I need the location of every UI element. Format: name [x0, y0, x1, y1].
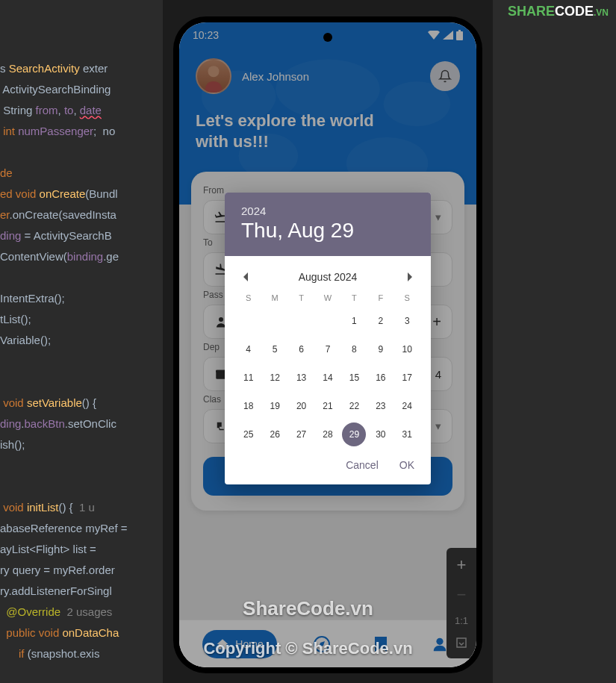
date-picker-selected-date: Thu, Aug 29 — [241, 219, 414, 243]
calendar-day[interactable]: 2 — [367, 311, 393, 331]
code-line: Variable(); — [0, 334, 51, 346]
ok-button[interactable]: OK — [399, 459, 414, 471]
calendar-empty — [314, 311, 340, 331]
calendar-day[interactable]: 30 — [367, 425, 393, 444]
calendar-grid: SMTWTFS123456789101112131415161718192021… — [235, 293, 420, 444]
sharecode-logo: SHARECODE.VN — [508, 4, 609, 19]
code-line: public void onDataCha — [0, 626, 119, 639]
calendar-day[interactable]: 28 — [314, 425, 340, 444]
chevron-right-icon — [406, 272, 414, 281]
calendar-day[interactable]: 19 — [261, 396, 287, 416]
camera-hole — [323, 33, 332, 42]
code-line: ActivitySearchBinding — [0, 83, 111, 96]
calendar-day[interactable]: 26 — [261, 425, 287, 444]
dow-label: S — [235, 293, 261, 302]
calendar-day[interactable]: 27 — [288, 425, 314, 444]
code-line: void setVariable() { — [0, 396, 96, 409]
code-line: abaseReference myRef = — [0, 522, 128, 534]
calendar-day[interactable]: 12 — [261, 368, 287, 387]
calendar-day[interactable]: 1 — [341, 311, 367, 331]
watermark-copyright: Copyright © ShareCode.vn — [203, 639, 412, 658]
calendar-day[interactable]: 11 — [235, 368, 261, 387]
dow-label: S — [394, 293, 420, 302]
dow-label: T — [288, 293, 314, 302]
prev-month-button[interactable] — [237, 268, 255, 286]
calendar-empty — [235, 311, 261, 331]
calendar-day[interactable]: 31 — [394, 425, 420, 444]
calendar-day[interactable]: 4 — [235, 340, 261, 359]
calendar-day[interactable]: 10 — [394, 340, 420, 359]
calendar-day[interactable]: 16 — [367, 368, 393, 387]
code-line: de — [0, 166, 13, 179]
calendar-empty — [261, 311, 287, 331]
device-frame: 10:23 Alex Johnson Let's explo — [173, 16, 482, 673]
code-line: er.onCreate(savedInsta — [0, 208, 116, 221]
code-line: if (snapshot.exis — [0, 647, 99, 660]
dow-label: M — [261, 293, 287, 302]
chevron-left-icon — [242, 272, 249, 281]
calendar-day[interactable]: 18 — [235, 396, 261, 416]
calendar-day[interactable]: 13 — [288, 368, 314, 387]
calendar-day[interactable]: 29 — [342, 422, 366, 446]
code-line: int numPassenger; no — [0, 125, 115, 137]
watermark-sharecode: ShareCode.vn — [243, 597, 373, 620]
calendar-day[interactable]: 21 — [314, 396, 340, 416]
calendar-day[interactable]: 25 — [235, 425, 261, 444]
dow-label: T — [341, 293, 367, 302]
code-line: void initList() { 1 u — [0, 501, 95, 514]
code-line: tList(); — [0, 313, 31, 325]
calendar-day[interactable]: 7 — [314, 340, 340, 359]
date-picker-year[interactable]: 2024 — [241, 205, 414, 217]
calendar-day[interactable]: 5 — [261, 340, 287, 359]
code-line: ry.addListenerForSingl — [0, 584, 112, 597]
code-line: ayList<Flight> list = — [0, 543, 96, 555]
code-line: ed void onCreate(Bundl — [0, 187, 118, 200]
calendar-day[interactable]: 20 — [288, 396, 314, 416]
calendar-day[interactable]: 6 — [288, 340, 314, 359]
calendar-day[interactable]: 9 — [367, 340, 393, 359]
device-screen: 10:23 Alex Johnson Let's explo — [179, 22, 476, 667]
dow-label: F — [367, 293, 393, 302]
code-line: String from, to, date — [0, 104, 102, 116]
code-line: @Override 2 usages — [0, 605, 112, 618]
calendar-day[interactable]: 17 — [394, 368, 420, 387]
month-label[interactable]: August 2024 — [299, 271, 358, 283]
code-line: ContentView(binding.ge — [0, 250, 119, 263]
calendar-empty — [288, 311, 314, 331]
code-line: IntentExtra(); — [0, 292, 65, 305]
code-line: ding.backBtn.setOnClic — [0, 417, 116, 430]
code-line: s SearchActivity exter — [0, 62, 108, 75]
calendar-day[interactable]: 14 — [314, 368, 340, 387]
calendar-day[interactable]: 3 — [394, 311, 420, 331]
calendar-day[interactable]: 24 — [394, 396, 420, 416]
calendar-day[interactable]: 15 — [341, 368, 367, 387]
date-picker-dialog: 2024 Thu, Aug 29 August 2024 SMTWTFS1234… — [225, 193, 431, 484]
code-line: ish(); — [0, 438, 25, 451]
code-line: ry query = myRef.order — [0, 564, 115, 576]
date-picker-header: 2024 Thu, Aug 29 — [225, 193, 431, 256]
calendar-day[interactable]: 22 — [341, 396, 367, 416]
calendar-day[interactable]: 23 — [367, 396, 393, 416]
next-month-button[interactable] — [401, 268, 419, 286]
cancel-button[interactable]: Cancel — [346, 459, 379, 471]
calendar-day[interactable]: 8 — [341, 340, 367, 359]
code-line: ding = ActivitySearchB — [0, 229, 112, 242]
dow-label: W — [314, 293, 340, 302]
